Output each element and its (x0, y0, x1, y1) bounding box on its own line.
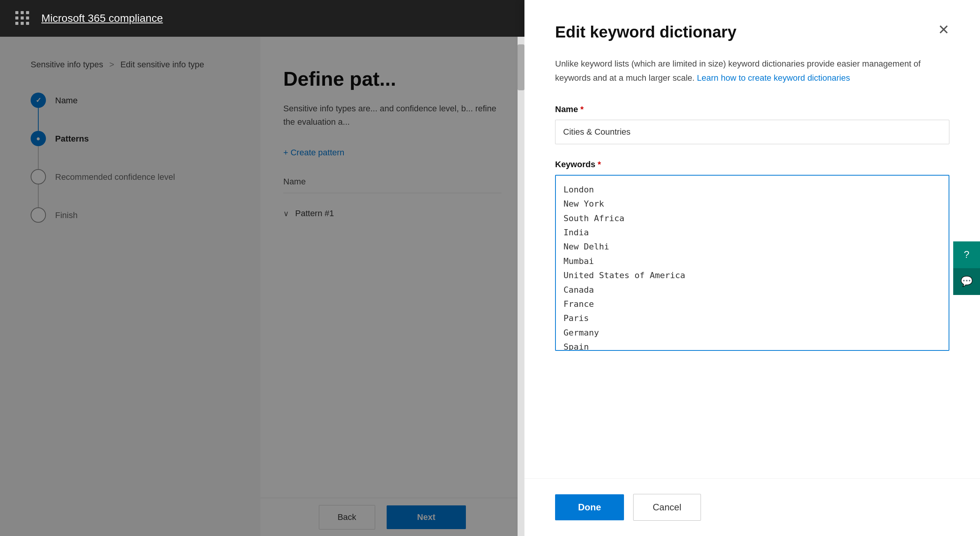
name-field-label: Name * (555, 104, 949, 114)
help-float-button[interactable]: ? (953, 241, 980, 268)
cancel-button[interactable]: Cancel (633, 494, 701, 521)
keywords-field-label: Keywords * (555, 160, 949, 169)
modal-scrollbar-thumb (518, 44, 524, 90)
chat-float-button[interactable]: 💬 (953, 268, 980, 295)
overlay (0, 37, 524, 536)
learn-more-link[interactable]: Learn how to create keyword dictionaries (697, 73, 850, 83)
done-button[interactable]: Done (555, 494, 624, 520)
name-input[interactable] (555, 120, 949, 144)
name-required-indicator: * (580, 104, 584, 114)
modal-body: Unlike keyword lists (which are limited … (524, 57, 980, 478)
keywords-textarea[interactable] (555, 175, 949, 351)
close-button[interactable]: ✕ (938, 23, 949, 37)
modal-panel: Edit keyword dictionary ✕ Unlike keyword… (524, 0, 980, 536)
modal-header: Edit keyword dictionary ✕ (524, 0, 980, 57)
app-title[interactable]: Microsoft 365 compliance (41, 12, 163, 24)
right-float-buttons: ? 💬 (953, 241, 980, 295)
app-grid-icon[interactable] (15, 11, 30, 26)
modal-scrollbar[interactable] (518, 37, 524, 536)
modal-description: Unlike keyword lists (which are limited … (555, 57, 949, 85)
modal-footer: Done Cancel (524, 478, 980, 536)
keywords-required-indicator: * (598, 160, 601, 169)
modal-title: Edit keyword dictionary (555, 23, 737, 41)
